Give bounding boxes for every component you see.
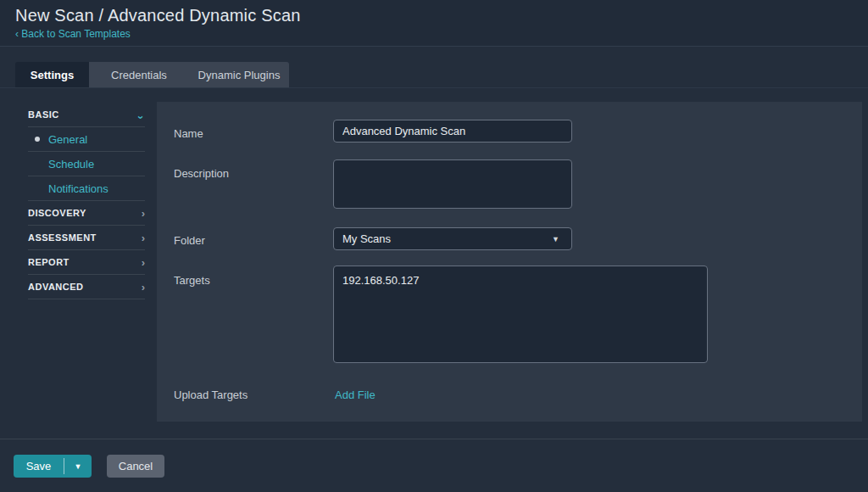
sidebar-item-notifications-label: Notifications [28,182,145,195]
folder-label: Folder [174,234,205,247]
sidebar-section-discovery[interactable]: DISCOVERY › [28,201,145,226]
sidebar-section-assessment[interactable]: ASSESSMENT › [28,226,145,250]
upload-targets-label: Upload Targets [174,389,248,401]
save-options-caret-button[interactable]: ▼ [64,455,92,478]
description-label: Description [174,167,229,180]
chevron-down-icon: › [136,110,147,119]
settings-form-panel: Name Description Folder My Scans ▼ Targe… [157,102,862,422]
tabbar-underline [0,87,868,88]
name-input[interactable] [333,120,572,143]
sidebar-section-assessment-label: ASSESSMENT [28,232,136,243]
sidebar-section-report[interactable]: REPORT › [28,250,145,275]
folder-select[interactable]: My Scans ▼ [333,227,572,250]
chevron-right-icon: › [136,232,145,243]
settings-sidebar: BASIC › General Schedule Notifications D… [28,103,145,299]
chevron-right-icon: › [136,282,145,293]
active-item-bullet-icon [35,137,40,142]
sidebar-item-general[interactable]: General [28,127,145,152]
sidebar-item-schedule[interactable]: Schedule [28,152,145,176]
name-label: Name [174,127,203,140]
chevron-right-icon: › [136,208,145,219]
sidebar-section-advanced-label: ADVANCED [28,282,136,292]
chevron-right-icon: › [136,257,145,268]
sidebar-item-schedule-label: Schedule [28,158,145,171]
sidebar-item-general-label: General [28,133,145,146]
back-to-scan-templates-link[interactable]: ‹ Back to Scan Templates [15,28,131,40]
sidebar-section-basic[interactable]: BASIC › [28,103,145,127]
tab-dynamic-plugins[interactable]: Dynamic Plugins [189,62,289,87]
save-button[interactable]: Save [14,455,64,478]
tab-settings[interactable]: Settings [15,62,89,87]
tabbar: Settings Credentials Dynamic Plugins [15,62,289,87]
targets-input[interactable]: 192.168.50.127 [333,266,708,363]
sidebar-section-advanced[interactable]: ADVANCED › [28,275,145,299]
description-input[interactable] [333,159,572,209]
sidebar-item-notifications[interactable]: Notifications [28,176,145,201]
tab-credentials[interactable]: Credentials [89,62,189,87]
footer-divider [0,439,868,439]
sidebar-section-basic-label: BASIC [28,109,136,120]
page-header: New Scan / Advanced Dynamic Scan ‹ Back … [0,0,868,47]
targets-label: Targets [174,274,210,287]
dropdown-caret-icon: ▼ [552,235,559,243]
inactive-tab-group: Credentials Dynamic Plugins [89,62,289,87]
sidebar-section-report-label: REPORT [28,257,136,267]
cancel-button[interactable]: Cancel [107,455,164,478]
folder-select-value: My Scans [342,232,391,245]
sidebar-section-discovery-label: DISCOVERY [28,208,136,218]
page-title: New Scan / Advanced Dynamic Scan [15,6,868,25]
save-split-button: Save ▼ [14,455,92,478]
add-file-link[interactable]: Add File [335,389,376,401]
